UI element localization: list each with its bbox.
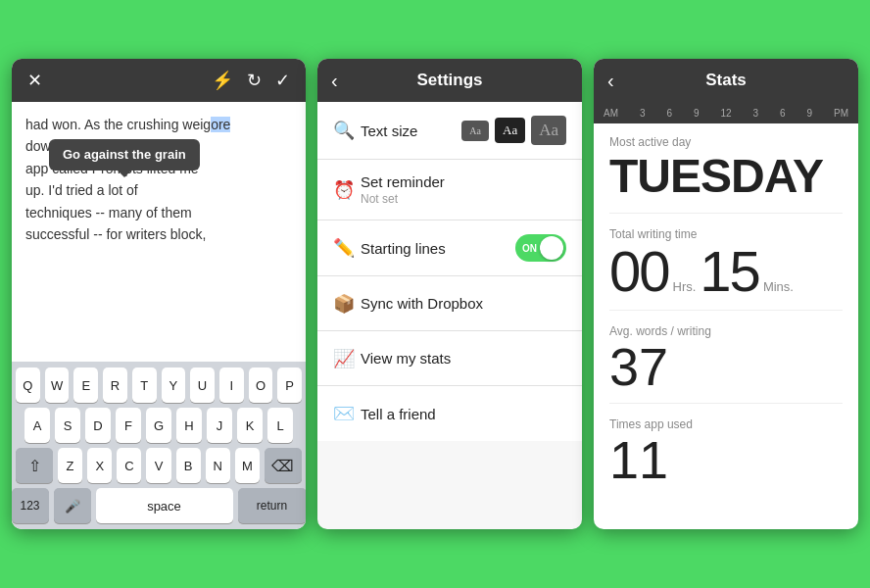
toolbar-right-icons: ⚡ ↻ ✓: [212, 70, 290, 91]
stat-time-display: 00 Hrs. 15 Mins.: [609, 243, 843, 300]
key-x[interactable]: X: [87, 448, 112, 483]
keyboard-row-2: A S D F G H J K L: [16, 408, 302, 443]
key-z[interactable]: Z: [58, 448, 82, 483]
key-t[interactable]: T: [132, 368, 157, 403]
text-size-medium-btn[interactable]: Aa: [495, 118, 525, 143]
key-v[interactable]: V: [146, 448, 170, 483]
key-backspace[interactable]: ⌫: [265, 448, 302, 483]
key-o[interactable]: O: [249, 368, 273, 403]
key-y[interactable]: Y: [162, 368, 186, 403]
key-n[interactable]: N: [206, 448, 230, 483]
timeline-pm: PM: [834, 108, 848, 119]
stat-times-used-label: Times app used: [609, 417, 843, 431]
timeline-12: 12: [720, 108, 731, 119]
refresh-icon[interactable]: ↻: [247, 70, 262, 91]
key-k[interactable]: K: [237, 408, 263, 443]
key-return[interactable]: return: [238, 488, 307, 523]
stats-label: View my stats: [361, 350, 566, 367]
settings-item-starting-lines: ✏️ Starting lines ON: [317, 220, 582, 276]
key-i[interactable]: I: [219, 368, 244, 403]
stat-most-active-day: Most active day TUESDAY: [609, 135, 843, 214]
text-size-small-btn[interactable]: Aa: [461, 121, 489, 141]
key-u[interactable]: U: [190, 368, 215, 403]
timeline-6a: 6: [666, 108, 672, 119]
settings-item-reminder[interactable]: ⏰ Set reminder Not set: [317, 160, 582, 220]
keyboard: Q W E R T Y U I O P A S D F G H J K L: [12, 362, 306, 529]
key-mic[interactable]: 🎤: [54, 488, 91, 523]
key-q[interactable]: Q: [16, 368, 40, 403]
close-icon[interactable]: ✕: [27, 70, 42, 91]
stat-times-used-value: 11: [609, 433, 843, 486]
settings-screen: ‹ Settings 🔍 Text size Aa Aa Aa ⏰ Set: [317, 59, 582, 529]
text-size-content: Text size: [361, 122, 461, 139]
screens-container: ✕ ⚡ ↻ ✓ had won. As the crushing weigore…: [12, 59, 858, 529]
key-m[interactable]: M: [235, 448, 260, 483]
stat-minutes-unit: Mins.: [763, 279, 794, 294]
editor-text: had won. As the crushing weigoredown on …: [25, 114, 292, 245]
text-size-large-btn[interactable]: Aa: [531, 116, 566, 145]
key-g[interactable]: G: [146, 408, 171, 443]
reminder-content: Set reminder Not set: [361, 173, 566, 206]
editor-toolbar: ✕ ⚡ ↻ ✓: [12, 59, 306, 102]
key-w[interactable]: W: [45, 368, 70, 403]
stat-avg-words-value: 37: [609, 340, 843, 393]
settings-back-button[interactable]: ‹: [331, 70, 338, 92]
stats-content: View my stats: [361, 350, 566, 367]
key-b[interactable]: B: [176, 448, 201, 483]
tell-friend-label: Tell a friend: [361, 406, 566, 422]
starting-lines-icon: ✏️: [333, 237, 361, 259]
starting-lines-label: Starting lines: [361, 240, 515, 257]
stat-avg-words: Avg. words / writing 37: [609, 324, 843, 404]
key-a[interactable]: A: [24, 408, 50, 443]
timeline-9p: 9: [807, 108, 813, 119]
reminder-label: Set reminder: [361, 173, 566, 190]
starting-lines-toggle[interactable]: ON: [515, 234, 566, 262]
key-d[interactable]: D: [85, 408, 111, 443]
timeline-am: AM: [604, 108, 618, 119]
key-123[interactable]: 123: [12, 488, 49, 523]
stats-header: ‹ Stats: [594, 59, 858, 102]
settings-item-tell-friend[interactable]: ✉️ Tell a friend: [317, 386, 582, 441]
reminder-sublabel: Not set: [361, 192, 566, 206]
key-c[interactable]: C: [117, 448, 141, 483]
key-p[interactable]: P: [277, 368, 302, 403]
key-j[interactable]: J: [207, 408, 232, 443]
keyboard-row-1: Q W E R T Y U I O P: [16, 368, 302, 403]
key-e[interactable]: E: [73, 368, 98, 403]
toggle-knob: [540, 236, 563, 260]
tell-friend-icon: ✉️: [333, 403, 361, 424]
tell-friend-content: Tell a friend: [361, 406, 566, 422]
stat-hours-unit: Hrs.: [673, 279, 697, 294]
key-s[interactable]: S: [55, 408, 80, 443]
text-size-icon: 🔍: [333, 120, 361, 141]
key-space[interactable]: space: [96, 488, 233, 523]
timeline-9a: 9: [694, 108, 700, 119]
key-h[interactable]: H: [176, 408, 202, 443]
starting-lines-toggle-area: ON: [515, 234, 566, 262]
settings-item-stats[interactable]: 📈 View my stats: [317, 331, 582, 386]
editor-content[interactable]: had won. As the crushing weigoredown on …: [12, 102, 306, 362]
toggle-label: ON: [522, 243, 537, 254]
keyboard-row-3: ⇧ Z X C V B N M ⌫: [16, 448, 302, 483]
stat-avg-words-label: Avg. words / writing: [609, 324, 843, 338]
stat-writing-time: Total writing time 00 Hrs. 15 Mins.: [609, 227, 843, 311]
bolt-icon[interactable]: ⚡: [212, 70, 233, 91]
tooltip-box: Go against the grain: [49, 139, 200, 171]
tooltip-arrow: [118, 171, 131, 177]
stats-back-button[interactable]: ‹: [607, 70, 614, 92]
key-shift[interactable]: ⇧: [16, 448, 53, 483]
timeline-3a: 3: [640, 108, 646, 119]
timeline-3p: 3: [753, 108, 759, 119]
reminder-icon: ⏰: [333, 179, 361, 201]
stats-title: Stats: [705, 71, 747, 90]
timeline-6p: 6: [780, 108, 786, 119]
text-size-controls: Aa Aa Aa: [461, 116, 566, 145]
stats-body: Most active day TUESDAY Total writing ti…: [594, 123, 858, 529]
settings-item-dropbox[interactable]: 📦 Sync with Dropbox: [317, 276, 582, 331]
key-f[interactable]: F: [116, 408, 141, 443]
stats-timeline: AM 3 6 9 12 3 6 9 PM: [594, 102, 858, 123]
key-r[interactable]: R: [103, 368, 127, 403]
check-icon[interactable]: ✓: [275, 70, 290, 91]
stat-tuesday-value: TUESDAY: [609, 151, 843, 203]
key-l[interactable]: L: [267, 408, 293, 443]
